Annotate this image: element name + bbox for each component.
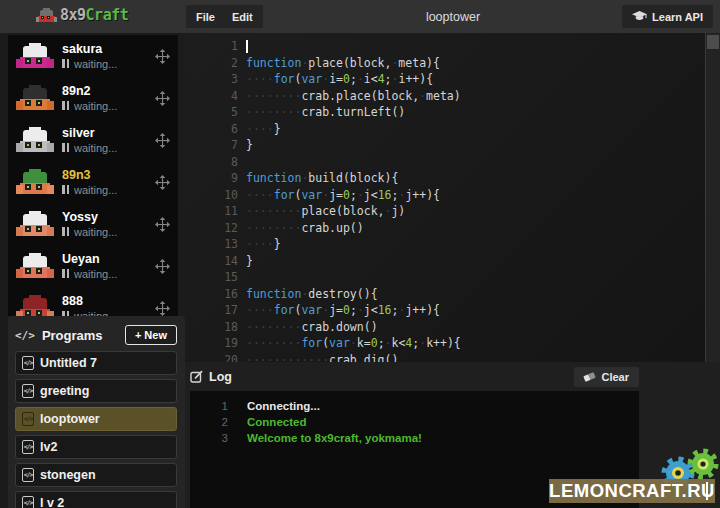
log-message: Welcome to 8x9craft, yokmama! xyxy=(228,430,422,446)
pause-icon xyxy=(62,143,69,152)
editor-scrollbar-thumb[interactable] xyxy=(707,35,719,49)
new-program-button[interactable]: + New xyxy=(125,325,177,345)
code-editor[interactable]: 1 2 function·place(block,·meta){ 3 ····f… xyxy=(185,33,720,362)
code-line[interactable]: 4 ········crab.place(block,·meta) xyxy=(185,88,720,105)
program-item[interactable]: </> looptower xyxy=(15,407,177,431)
pause-icon xyxy=(62,185,69,194)
code-line[interactable]: 11 ········place(block,·j) xyxy=(185,203,720,220)
compose-pencil-icon xyxy=(190,370,203,383)
program-file-icon: </> xyxy=(22,412,34,426)
clear-log-button[interactable]: Clear xyxy=(574,367,639,387)
program-item[interactable]: </> stonegen xyxy=(15,463,177,487)
code-brackets-icon: </> xyxy=(15,329,35,342)
line-number: 19 xyxy=(185,335,238,352)
code-line[interactable]: 8 xyxy=(185,154,720,171)
code-text: ············crab.dig() xyxy=(238,352,398,363)
move-arrows-icon[interactable] xyxy=(155,133,170,148)
pause-icon xyxy=(62,101,69,110)
line-number: 13 xyxy=(185,236,238,253)
code-line[interactable]: 7 } xyxy=(185,137,720,154)
program-item[interactable]: </> Untitled 7 xyxy=(15,351,177,375)
code-text: function·build(block){ xyxy=(238,170,398,187)
program-item[interactable]: </> l v 2 xyxy=(15,491,177,508)
player-status: waiting... xyxy=(62,226,117,238)
program-label: greeting xyxy=(40,384,89,398)
move-arrows-icon[interactable] xyxy=(155,175,170,190)
program-file-icon: </> xyxy=(22,496,34,508)
learn-api-button[interactable]: Learn API xyxy=(622,5,713,28)
line-number: 9 xyxy=(185,170,238,187)
player-status-text: waiting... xyxy=(74,184,117,196)
editor-scrollbar[interactable] xyxy=(705,33,720,362)
code-line[interactable]: 3 ····for(var·i=0;·i<4;·i++){ xyxy=(185,71,720,88)
line-number: 1 xyxy=(185,38,238,55)
code-text: ········crab.place(block,·meta) xyxy=(238,88,461,105)
program-label: looptower xyxy=(40,412,100,426)
program-label: Untitled 7 xyxy=(40,356,97,370)
edit-menu-button[interactable]: Edit xyxy=(222,5,263,28)
player-row[interactable]: Yossy waiting... xyxy=(8,203,178,245)
code-text: } xyxy=(238,137,253,154)
move-arrows-icon[interactable] xyxy=(155,259,170,274)
player-status-text: waiting... xyxy=(74,268,117,280)
player-avatar xyxy=(16,253,54,280)
code-line[interactable]: 18 ········crab.down() xyxy=(185,319,720,336)
player-status: waiting... xyxy=(62,142,117,154)
line-number: 3 xyxy=(185,71,238,88)
move-arrows-icon[interactable] xyxy=(155,301,170,316)
code-line[interactable]: 14 } xyxy=(185,253,720,270)
line-number: 12 xyxy=(185,220,238,237)
program-item[interactable]: </> greeting xyxy=(15,379,177,403)
pause-icon xyxy=(62,269,69,278)
code-text: ····for(var·j=0;·j<16;·j++){ xyxy=(238,302,440,319)
log-message: Connecting... xyxy=(228,398,320,414)
clear-label: Clear xyxy=(601,371,629,383)
code-line[interactable]: 20 ············crab.dig() xyxy=(185,352,720,363)
code-line[interactable]: 13 ····} xyxy=(185,236,720,253)
move-arrows-icon[interactable] xyxy=(155,217,170,232)
app-window: 8x9Craft File Edit looptower Learn API s… xyxy=(0,0,720,508)
code-line[interactable]: 5 ········crab.turnLeft() xyxy=(185,104,720,121)
file-menu-button[interactable]: File xyxy=(186,5,225,28)
code-line[interactable]: 17 ····for(var·j=0;·j<16;·j++){ xyxy=(185,302,720,319)
programs-header: </> Programs + New xyxy=(15,323,177,347)
line-number: 4 xyxy=(185,88,238,105)
pause-icon xyxy=(62,59,69,68)
programs-title: Programs xyxy=(42,328,103,343)
learn-api-label: Learn API xyxy=(652,11,703,23)
program-item[interactable]: </> lv2 xyxy=(15,435,177,459)
code-line[interactable]: 15 xyxy=(185,269,720,286)
program-file-icon: </> xyxy=(22,384,34,398)
player-name: Ueyan xyxy=(62,253,117,266)
move-arrows-icon[interactable] xyxy=(155,49,170,64)
player-row[interactable]: sakura waiting... xyxy=(8,35,178,77)
code-line[interactable]: 16 function·destroy(){ xyxy=(185,286,720,303)
code-line[interactable]: 19 ········for(var·k=0;·k<4;·k++){ xyxy=(185,335,720,352)
player-row[interactable]: silver waiting... xyxy=(8,119,178,161)
line-number: 16 xyxy=(185,286,238,303)
player-row[interactable]: 89n2 waiting... xyxy=(8,77,178,119)
line-number: 8 xyxy=(185,154,238,171)
log-entry: 1 Connecting... xyxy=(190,398,639,414)
player-name: silver xyxy=(62,127,117,140)
player-status-text: waiting... xyxy=(74,142,117,154)
player-status: waiting... xyxy=(62,184,117,196)
player-row[interactable]: 89n3 waiting... xyxy=(8,161,178,203)
logo-text-8x9: 8x9 xyxy=(60,6,86,24)
code-line[interactable]: 9 function·build(block){ xyxy=(185,170,720,187)
player-row[interactable]: 888 waiting... xyxy=(8,287,178,316)
player-status: waiting... xyxy=(62,268,117,280)
code-line[interactable]: 12 ········crab.up() xyxy=(185,220,720,237)
code-line[interactable]: 1 xyxy=(185,38,720,55)
player-row[interactable]: Ueyan waiting... xyxy=(8,245,178,287)
code-line[interactable]: 10 ····for(var·j=0;·j<16;·j++){ xyxy=(185,187,720,204)
move-arrows-icon[interactable] xyxy=(155,91,170,106)
code-line[interactable]: 6 ····} xyxy=(185,121,720,138)
player-status: waiting... xyxy=(62,100,117,112)
log-entry: 3 Welcome to 8x9craft, yokmama! xyxy=(190,430,639,446)
player-avatar xyxy=(16,43,54,70)
code-text: } xyxy=(238,253,253,270)
line-number: 5 xyxy=(185,104,238,121)
code-line[interactable]: 2 function·place(block,·meta){ xyxy=(185,55,720,72)
program-file-icon: </> xyxy=(22,468,34,482)
